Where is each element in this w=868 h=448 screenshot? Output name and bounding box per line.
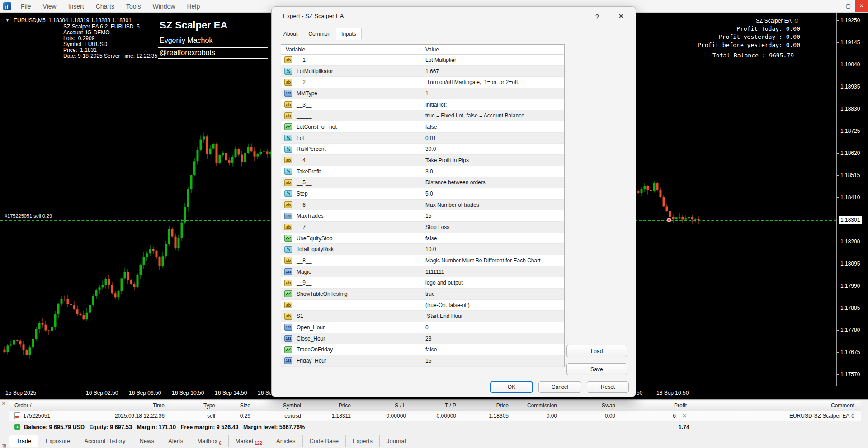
column-header-price[interactable]: Price [304, 402, 354, 409]
menu-charts[interactable]: Charts [90, 0, 120, 12]
input-row-Magic[interactable]: 123Magic1111111 [281, 266, 564, 278]
terminal-tab-trade[interactable]: Trade [9, 435, 38, 447]
input-value-cell[interactable]: true = Fixed Lot, false = Account Balanc… [422, 110, 564, 121]
input-value-cell[interactable]: Start End Hour [422, 311, 564, 322]
menu-file[interactable]: File [15, 0, 37, 12]
input-value-cell[interactable]: 5.0 [422, 188, 564, 199]
input-row-__7__[interactable]: ab__7__Stop Loss [281, 222, 564, 233]
terminal-tab-exposure[interactable]: Exposure [38, 435, 77, 447]
input-value-cell[interactable]: 10.0 [422, 244, 564, 255]
input-row-MMType[interactable]: 123MMType1 [281, 88, 564, 99]
input-row-Open_Hour[interactable]: 123Open_Hour0 [281, 322, 564, 333]
input-value-cell[interactable]: 3.0 [422, 166, 564, 177]
terminal-tab-market[interactable]: Market122 [229, 435, 269, 447]
input-value-cell[interactable]: Initial lot: [422, 99, 564, 110]
dialog-close-button[interactable]: ✕ [614, 10, 628, 22]
column-header-price[interactable]: Price [459, 402, 511, 409]
input-value-cell[interactable]: Distance between orders [422, 177, 564, 188]
column-header-size[interactable]: Size [218, 402, 253, 409]
terminal-tab-code-base[interactable]: Code Base [303, 435, 346, 447]
input-row-__9__[interactable]: ab__9__logo and output [281, 277, 564, 289]
column-header-comment[interactable]: Comment [689, 402, 861, 409]
input-value-cell[interactable]: 15 [422, 355, 564, 366]
input-value-cell[interactable]: false [422, 233, 564, 244]
tab-common[interactable]: Common [303, 28, 336, 39]
column-header-order[interactable]: Order / [9, 402, 108, 409]
input-value-cell[interactable]: Take Profit in Pips [422, 155, 564, 166]
column-header-commission[interactable]: Commission [511, 402, 560, 409]
terminal-tab-mailbox[interactable]: Mailbox6 [190, 435, 228, 447]
input-row-ShowTableOnTesting[interactable]: ShowTableOnTestingtrue [281, 289, 564, 300]
input-value-cell[interactable]: false [422, 121, 564, 132]
column-header-swap[interactable]: Swap [560, 402, 618, 409]
input-row-TakeProfit[interactable]: ½TakeProfit3.0 [281, 166, 564, 177]
input-value-cell[interactable]: 23 [422, 333, 564, 344]
input-row-_____[interactable]: ab_____true = Fixed Lot, false = Account… [281, 110, 564, 121]
menu-view[interactable]: View [37, 0, 62, 12]
order-row[interactable]: 1752250512025.09.18 12:22:36sell0.29euru… [9, 411, 861, 421]
terminal-tab-articles[interactable]: Articles [269, 435, 303, 447]
input-value-cell[interactable]: 1.667 [422, 66, 564, 77]
input-row-LotConst_or_not[interactable]: LotConst_or_notfalse [281, 121, 564, 133]
load-button[interactable]: Load [566, 345, 627, 357]
minimize-button[interactable]: — [829, 0, 842, 12]
input-row-__1__[interactable]: ab__1__Lot Multiplier [281, 55, 564, 66]
input-row-__6__[interactable]: ab__6__Max Number of trades [281, 200, 564, 211]
input-row-__4__[interactable]: ab__4__Take Profit in Pips [281, 155, 564, 166]
close-button[interactable]: ✕ [855, 0, 868, 12]
input-value-cell[interactable]: true [422, 289, 564, 299]
terminal-tab-journal[interactable]: Journal [380, 435, 413, 447]
terminal-tab-news[interactable]: News [132, 435, 161, 447]
column-header-time[interactable]: Time [108, 402, 167, 409]
input-row-Lot[interactable]: ½Lot0.01 [281, 133, 564, 144]
menu-window[interactable]: Window [147, 0, 181, 12]
terminal-tab-experts[interactable]: Experts [346, 435, 380, 447]
column-header-profit[interactable]: Profit [618, 402, 689, 409]
input-value-cell[interactable]: Lot Multiplier [422, 55, 564, 65]
input-row-MaxTrades[interactable]: 123MaxTrades15 [281, 210, 564, 222]
smiley-icon[interactable]: ☺ [793, 17, 799, 24]
terminal-tab-alerts[interactable]: Alerts [161, 435, 190, 447]
input-row-Friday_Hour[interactable]: 123Friday_Hour15 [281, 355, 564, 367]
column-header-s-l[interactable]: S / L [354, 402, 409, 409]
input-row-UseEquityStop[interactable]: UseEquityStopfalse [281, 233, 564, 244]
input-value-cell[interactable]: 1111111 [422, 266, 564, 277]
input-value-cell[interactable]: 0 [422, 322, 564, 333]
collapse-arrow-icon[interactable]: ▼ [5, 18, 9, 23]
dialog-help-button[interactable]: ? [592, 11, 603, 22]
terminal-tab-account-history[interactable]: Account History [77, 435, 132, 447]
column-header-type[interactable]: Type [167, 402, 218, 409]
input-value-cell[interactable]: Max Number of trades [422, 200, 564, 210]
input-value-cell[interactable]: 0.01 [422, 133, 564, 144]
column-header-symbol[interactable]: Symbol [253, 402, 304, 409]
input-row-Close_Hour[interactable]: 123Close_Hour23 [281, 333, 564, 345]
input-value-cell[interactable]: false [422, 344, 564, 355]
input-row-RiskPercent[interactable]: ½RiskPercent30.0 [281, 144, 564, 155]
ok-button[interactable]: OK [490, 381, 533, 393]
input-value-cell[interactable]: Turn on/off Martingale, 1=on. or 2=off. [422, 77, 564, 88]
input-value-cell[interactable]: 15 [422, 210, 564, 221]
input-row-__8__[interactable]: ab__8__Magic Number Must Be Different fo… [281, 255, 564, 266]
price-axis[interactable]: 1.192501.191451.190401.189351.188301.187… [836, 13, 868, 386]
input-row-S1[interactable]: abS1 Start End Hour [281, 311, 564, 322]
input-value-cell[interactable]: logo and output [422, 277, 564, 288]
cancel-button[interactable]: Cancel [538, 381, 581, 393]
tab-about[interactable]: About [278, 28, 303, 39]
input-value-cell[interactable]: 1 [422, 88, 564, 99]
reset-button[interactable]: Reset [587, 381, 629, 393]
close-order-icon[interactable]: ✕ [682, 413, 687, 419]
input-row-LotMultiplikator[interactable]: ½LotMultiplikator1.667 [281, 66, 564, 77]
terminal-close-icon[interactable]: ✕ [2, 401, 5, 406]
input-value-cell[interactable]: Stop Loss [422, 222, 564, 233]
menu-insert[interactable]: Insert [62, 0, 90, 12]
maximize-button[interactable]: ▢ [842, 0, 855, 12]
input-row-Step[interactable]: ½Step5.0 [281, 188, 564, 200]
input-row-TotalEquityRisk[interactable]: ½TotalEquityRisk10.0 [281, 244, 564, 255]
input-value-cell[interactable]: (true-On.,false-off) [422, 300, 564, 311]
menu-help[interactable]: Help [181, 0, 206, 12]
column-header-t-p[interactable]: T / P [409, 402, 459, 409]
input-row-__5__[interactable]: ab__5__Distance between orders [281, 177, 564, 188]
input-value-cell[interactable]: Magic Number Must Be Different for Each … [422, 255, 564, 266]
menu-tools[interactable]: Tools [120, 0, 147, 12]
input-row-TradeOnFriday[interactable]: TradeOnFridayfalse [281, 344, 564, 355]
